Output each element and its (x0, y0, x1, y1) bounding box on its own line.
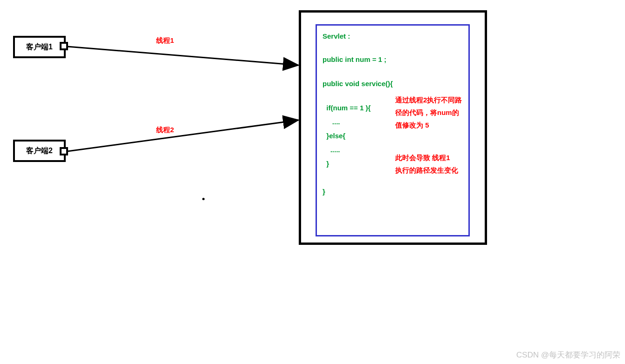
client2-notch (60, 147, 68, 155)
servlet-box: Servlet : public int num = 1 ; public vo… (316, 24, 470, 236)
server-box: Servlet : public int num = 1 ; public vo… (299, 10, 487, 245)
watermark: CSDN @每天都要学习的阿荣 (516, 350, 620, 360)
arrow-thread2 (68, 120, 298, 151)
arrow-thread1 (68, 47, 298, 65)
code-line-4: if(num == 1 ){ (323, 104, 371, 112)
stray-dot (202, 198, 205, 200)
code-line-7: ..... (323, 146, 340, 154)
note2-line1: 此时会导致 线程1 (395, 152, 450, 163)
code-line-9: } (323, 188, 325, 195)
thread1-label: 线程1 (156, 36, 174, 45)
code-line-2: public int num = 1 ; (323, 55, 386, 63)
code-line-6: }else{ (323, 132, 345, 140)
thread2-label: 线程2 (156, 126, 174, 135)
note1-line1: 通过线程2执行不同路 (395, 94, 462, 106)
code-line-8: } (323, 160, 329, 168)
code-line-1: Servlet : (323, 32, 350, 40)
code-line-5: .... (323, 118, 340, 126)
client2-box: 客户端2 (13, 140, 66, 162)
code-line-3: public void service(){ (323, 80, 393, 88)
client1-box: 客户端1 (13, 36, 66, 58)
client1-notch (60, 42, 68, 50)
note1-line3: 值修改为 5 (395, 120, 429, 131)
client2-label: 客户端2 (26, 146, 53, 156)
note1-line2: 径的代码，将num的 (395, 107, 459, 118)
note2-line2: 执行的路径发生变化 (395, 165, 458, 176)
client1-label: 客户端1 (26, 42, 53, 52)
